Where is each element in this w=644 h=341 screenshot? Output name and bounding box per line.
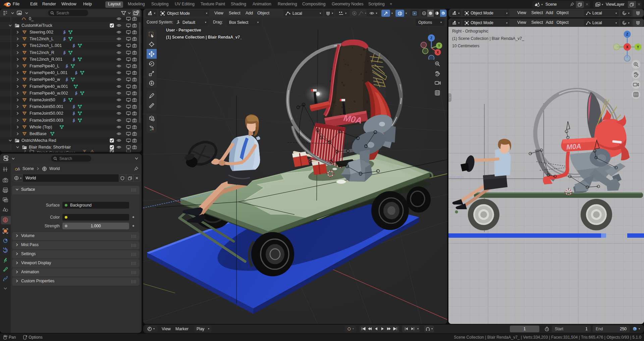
svg-text:M0A: M0A <box>566 142 582 151</box>
svg-text:Z: Z <box>626 33 628 36</box>
svg-text:Z: Z <box>430 36 432 40</box>
svg-text:X: X <box>437 51 439 54</box>
svg-text:X: X <box>626 45 629 49</box>
svg-text:(1) Scene Collection | Blair R: (1) Scene Collection | Blair RendaA_v7_ <box>452 36 524 41</box>
svg-text:Right - Orthographic: Right - Orthographic <box>452 29 488 34</box>
svg-text:(1) Scene Collection | Blair R: (1) Scene Collection | Blair RendaA_v7_ <box>166 35 242 40</box>
svg-text:User - Perspective: User - Perspective <box>166 28 201 33</box>
svg-text:Y: Y <box>637 45 639 49</box>
svg-text:10 Centimeters: 10 Centimeters <box>452 44 479 48</box>
svg-text:Y: Y <box>438 44 440 48</box>
